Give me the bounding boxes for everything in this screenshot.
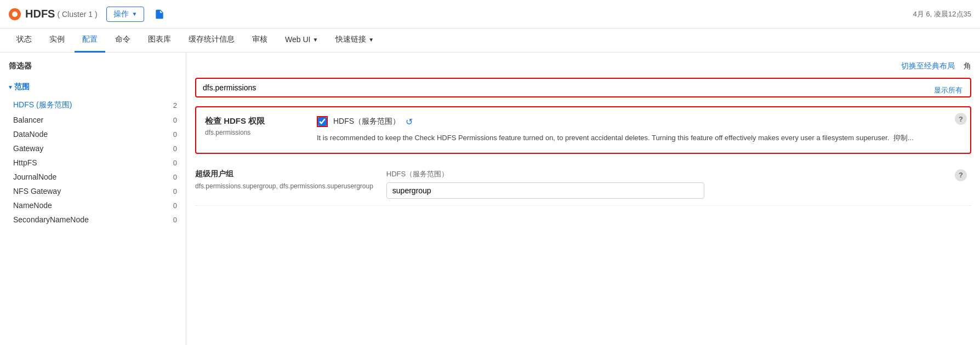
switch-layout-link[interactable]: 切换至经典布局 bbox=[901, 61, 955, 71]
sidebar-item-label: Gateway bbox=[13, 144, 43, 153]
config-card-title-section: 检查 HDFS 权限 dfs.permissions bbox=[205, 116, 304, 136]
sidebar-item-label: DataNode bbox=[13, 130, 48, 139]
config-scope-row: HDFS（服务范围） ↺ bbox=[317, 116, 961, 127]
config-key-1: dfs.permissions bbox=[205, 129, 304, 136]
filter-title: 筛选器 bbox=[9, 61, 177, 71]
sidebar-item-httpfs[interactable]: HttpFS 0 bbox=[9, 156, 177, 170]
config-card-1-inner: 检查 HDFS 权限 dfs.permissions HDFS（服务范围） ↺ bbox=[205, 116, 961, 144]
cluster-info: ( Cluster 1 ) bbox=[57, 10, 97, 19]
sidebar-item-count: 0 bbox=[164, 130, 177, 139]
top-links-row: 切换至经典布局 角 bbox=[195, 61, 971, 71]
config-scope-label-1: HDFS（服务范围） bbox=[333, 117, 400, 127]
sidebar-item-count: 0 bbox=[164, 145, 177, 153]
config-keys-2: dfs.permissions.supergroup, dfs.permissi… bbox=[195, 181, 373, 191]
sidebar-item-label: Balancer bbox=[13, 116, 43, 124]
sidebar-item-namenode[interactable]: NameNode 0 bbox=[9, 198, 177, 212]
operate-button[interactable]: 操作 ▼ bbox=[106, 7, 145, 22]
supergroup-input[interactable] bbox=[386, 182, 704, 199]
sidebar-item-label: JournalNode bbox=[13, 173, 56, 181]
timestamp: 4月 6, 凌晨12点35 bbox=[913, 9, 971, 19]
sidebar-item-count: 0 bbox=[164, 202, 177, 210]
service-title: HDFS bbox=[25, 8, 55, 20]
config-block-2: 超级用户组 dfs.permissions.supergroup, dfs.pe… bbox=[195, 163, 971, 206]
sidebar-item-label: HDFS (服务范围) bbox=[13, 100, 72, 110]
search-input[interactable] bbox=[195, 78, 971, 97]
search-box-wrapper bbox=[195, 78, 971, 97]
config-card-1: 检查 HDFS 权限 dfs.permissions HDFS（服务范围） ↺ bbox=[195, 106, 971, 154]
export-icon-button[interactable] bbox=[151, 5, 168, 23]
operate-label: 操作 bbox=[113, 9, 129, 19]
sidebar-item-count: 2 bbox=[164, 101, 177, 110]
show-all-link[interactable]: 显示所有 bbox=[934, 86, 962, 94]
hdfs-permissions-checkbox[interactable] bbox=[318, 117, 327, 126]
config-title-2: 超级用户组 bbox=[195, 169, 373, 179]
sidebar-item-label: HttpFS bbox=[13, 158, 37, 167]
sidebar-item-count: 0 bbox=[164, 187, 177, 196]
config-block-2-control: HDFS（服务范围） bbox=[386, 169, 971, 199]
sidebar: 筛选器 ▾ 范围 HDFS (服务范围) 2 Balancer 0 DataNo… bbox=[0, 53, 186, 345]
corner-label: 角 bbox=[964, 61, 971, 71]
chevron-down-icon: ▼ bbox=[312, 37, 318, 43]
config-description-1: It is recommended to keep the Check HDFS… bbox=[317, 133, 961, 144]
tab-command[interactable]: 命令 bbox=[107, 28, 138, 53]
sidebar-item-count: 0 bbox=[164, 173, 177, 181]
nav-tabs: 状态 实例 配置 命令 图表库 缓存统计信息 审核 Web UI ▼ 快速链接 … bbox=[0, 28, 980, 53]
tab-quicklinks[interactable]: 快速链接 ▼ bbox=[328, 28, 381, 53]
sidebar-items-list: HDFS (服务范围) 2 Balancer 0 DataNode 0 Gate… bbox=[9, 97, 177, 227]
sidebar-item-hdfs-service[interactable]: HDFS (服务范围) 2 bbox=[9, 97, 177, 113]
config-scope-2: HDFS（服务范围） bbox=[386, 169, 971, 179]
checkbox-wrapper bbox=[317, 116, 328, 127]
sidebar-item-secondary-namenode[interactable]: SecondaryNameNode 0 bbox=[9, 212, 177, 227]
scope-label: 范围 bbox=[14, 82, 30, 92]
config-card-1-wrapper: 检查 HDFS 权限 dfs.permissions HDFS（服务范围） ↺ bbox=[195, 106, 971, 154]
tab-instance[interactable]: 实例 bbox=[42, 28, 72, 53]
sidebar-item-count: 0 bbox=[164, 116, 177, 124]
header-bar: HDFS ( Cluster 1 ) 操作 ▼ 4月 6, 凌晨12点35 bbox=[0, 0, 980, 28]
suppress-link[interactable]: 抑制... bbox=[893, 134, 914, 142]
sidebar-item-gateway[interactable]: Gateway 0 bbox=[9, 141, 177, 156]
chevron-down-icon: ▾ bbox=[9, 83, 12, 91]
sidebar-item-balancer[interactable]: Balancer 0 bbox=[9, 113, 177, 127]
tab-config[interactable]: 配置 bbox=[75, 28, 105, 53]
tab-webui[interactable]: Web UI ▼ bbox=[277, 28, 326, 52]
chevron-down-icon: ▼ bbox=[368, 37, 374, 43]
config-card-2-wrapper: 超级用户组 dfs.permissions.supergroup, dfs.pe… bbox=[195, 163, 971, 206]
sidebar-item-label: NameNode bbox=[13, 201, 52, 210]
config-title-1: 检查 HDFS 权限 bbox=[205, 116, 304, 127]
help-icon-2[interactable]: ? bbox=[955, 169, 967, 181]
config-card-1-control: HDFS（服务范围） ↺ It is recommended to keep t… bbox=[317, 116, 961, 144]
config-block-title-section: 超级用户组 dfs.permissions.supergroup, dfs.pe… bbox=[195, 169, 373, 191]
tab-status[interactable]: 状态 bbox=[9, 28, 39, 53]
service-icon bbox=[9, 8, 21, 20]
sidebar-item-datanode[interactable]: DataNode 0 bbox=[9, 127, 177, 141]
help-icon-1[interactable]: ? bbox=[955, 113, 967, 125]
tab-cache[interactable]: 缓存统计信息 bbox=[181, 28, 242, 53]
content-area: 切换至经典布局 角 检查 HDFS 权限 dfs.permissions bbox=[186, 53, 980, 345]
sidebar-item-journalnode[interactable]: JournalNode 0 bbox=[9, 170, 177, 184]
reset-icon[interactable]: ↺ bbox=[406, 117, 413, 127]
sidebar-item-count: 0 bbox=[164, 216, 177, 224]
sidebar-item-label: NFS Gateway bbox=[13, 187, 61, 196]
sidebar-item-label: SecondaryNameNode bbox=[13, 215, 89, 224]
tab-charts[interactable]: 图表库 bbox=[140, 28, 179, 53]
sidebar-item-count: 0 bbox=[164, 159, 177, 167]
show-all-wrapper: 显示所有 bbox=[934, 85, 962, 95]
tab-audit[interactable]: 审核 bbox=[244, 28, 275, 53]
chevron-down-icon: ▼ bbox=[132, 11, 138, 17]
scope-section-toggle[interactable]: ▾ 范围 bbox=[9, 82, 177, 92]
main-layout: 筛选器 ▾ 范围 HDFS (服务范围) 2 Balancer 0 DataNo… bbox=[0, 53, 980, 345]
sidebar-item-nfs-gateway[interactable]: NFS Gateway 0 bbox=[9, 184, 177, 198]
